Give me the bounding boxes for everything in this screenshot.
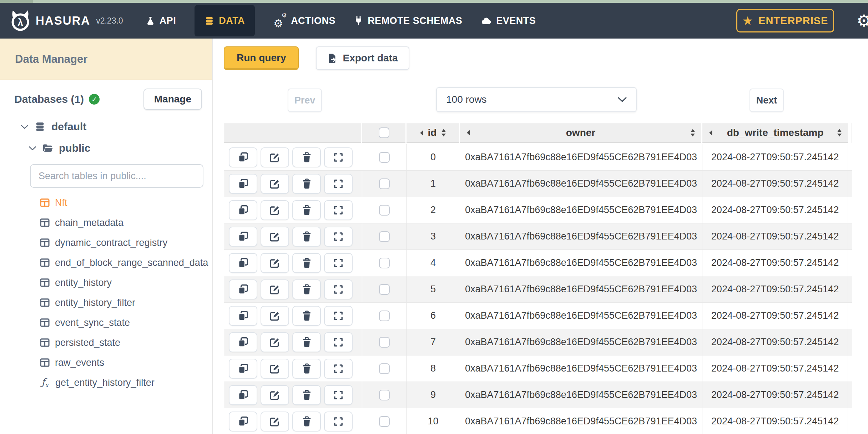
expand-row-button[interactable] bbox=[324, 227, 353, 247]
enterprise-button[interactable]: ★ ENTERPRISE bbox=[736, 9, 834, 32]
row-checkbox[interactable] bbox=[379, 284, 390, 295]
sidebar-table-item[interactable]: ƒx end_of_block_range_scanned_data bbox=[0, 253, 212, 273]
edit-row-button[interactable] bbox=[261, 412, 289, 432]
edit-row-button[interactable] bbox=[261, 147, 289, 167]
row-checkbox[interactable] bbox=[379, 390, 390, 400]
rows-per-page-select[interactable]: 100 rows bbox=[436, 87, 637, 112]
expand-row-button[interactable] bbox=[324, 359, 353, 379]
edit-row-button[interactable] bbox=[261, 253, 289, 273]
delete-row-button[interactable] bbox=[292, 147, 321, 167]
row-checkbox[interactable] bbox=[379, 231, 390, 242]
edit-row-button[interactable] bbox=[261, 227, 289, 247]
delete-row-button[interactable] bbox=[292, 227, 321, 247]
row-checkbox[interactable] bbox=[379, 205, 390, 216]
clone-row-button[interactable] bbox=[229, 227, 257, 247]
clone-row-button[interactable] bbox=[229, 279, 257, 299]
sidebar-table-item[interactable]: ƒx chain_metadata bbox=[0, 213, 212, 233]
delete-row-button[interactable] bbox=[292, 200, 321, 220]
top-progress-strip bbox=[0, 0, 868, 3]
sidebar-table-item[interactable]: ƒx raw_events bbox=[0, 353, 212, 373]
delete-row-button[interactable] bbox=[292, 174, 321, 194]
edit-row-button[interactable] bbox=[261, 359, 289, 379]
edit-row-button[interactable] bbox=[261, 200, 289, 220]
edit-row-button[interactable] bbox=[261, 332, 289, 352]
trash-icon bbox=[302, 416, 312, 427]
edit-row-button[interactable] bbox=[261, 174, 289, 194]
row-checkbox[interactable] bbox=[379, 416, 390, 427]
expand-row-button[interactable] bbox=[324, 253, 353, 273]
nav-item-api[interactable]: API bbox=[146, 15, 176, 26]
sidebar-table-item[interactable]: ƒx entity_history_filter bbox=[0, 293, 212, 313]
manage-button[interactable]: Manage bbox=[143, 89, 202, 110]
run-query-button[interactable]: Run query bbox=[224, 46, 299, 70]
sidebar-table-item[interactable]: ƒx dynamic_contract_registry bbox=[0, 233, 212, 253]
expand-row-button[interactable] bbox=[324, 279, 353, 299]
collapse-column-icon[interactable] bbox=[419, 130, 424, 136]
expand-row-button[interactable] bbox=[324, 412, 353, 432]
tree-node-schema[interactable]: public bbox=[29, 142, 212, 154]
sort-icon[interactable] bbox=[441, 128, 446, 137]
clone-row-button[interactable] bbox=[229, 200, 257, 220]
sidebar-table-item[interactable]: ƒx entity_history bbox=[0, 273, 212, 293]
sidebar-table-item[interactable]: ƒx Nft bbox=[0, 193, 212, 213]
expand-row-button[interactable] bbox=[324, 174, 353, 194]
nav-item-events[interactable]: EVENTS bbox=[481, 15, 536, 26]
edit-row-button[interactable] bbox=[261, 279, 289, 299]
nav-item-data[interactable]: DATA bbox=[195, 5, 255, 36]
expand-row-button[interactable] bbox=[324, 385, 353, 405]
edit-row-button[interactable] bbox=[261, 306, 289, 326]
row-checkbox[interactable] bbox=[379, 258, 390, 268]
prev-page-button[interactable]: Prev bbox=[288, 89, 322, 112]
clone-row-button[interactable] bbox=[229, 385, 257, 405]
sidebar-table-item[interactable]: ƒx get_entity_history_filter bbox=[0, 373, 212, 393]
expand-row-button[interactable] bbox=[324, 306, 353, 326]
sort-icon[interactable] bbox=[837, 128, 842, 137]
delete-row-button[interactable] bbox=[292, 359, 321, 379]
select-all-checkbox[interactable] bbox=[379, 127, 389, 138]
clone-row-button[interactable] bbox=[229, 253, 257, 273]
collapse-column-icon[interactable] bbox=[466, 130, 470, 136]
row-checkbox[interactable] bbox=[379, 311, 390, 321]
delete-row-button[interactable] bbox=[292, 253, 321, 273]
delete-row-button[interactable] bbox=[292, 385, 321, 405]
expand-row-button[interactable] bbox=[324, 147, 353, 167]
expand-row-button[interactable] bbox=[324, 332, 353, 352]
settings-gear-icon[interactable]: ⚙ bbox=[857, 12, 868, 29]
clone-row-button[interactable] bbox=[229, 306, 257, 326]
clone-row-button[interactable] bbox=[229, 147, 257, 167]
tree-node-database[interactable]: default bbox=[21, 121, 212, 133]
row-checkbox[interactable] bbox=[379, 152, 390, 163]
collapse-column-icon[interactable] bbox=[708, 130, 713, 136]
cell-id: 0 bbox=[407, 144, 460, 170]
sort-icon[interactable] bbox=[690, 128, 696, 137]
edit-row-button[interactable] bbox=[261, 385, 289, 405]
cell-owner: 0xaBA7161A7fb69c88e16ED9f455CE62B791EE4D… bbox=[460, 276, 702, 302]
clone-row-button[interactable] bbox=[229, 412, 257, 432]
clone-row-button[interactable] bbox=[229, 174, 257, 194]
nav-item-actions[interactable]: ⚙⚙ ACTIONS bbox=[273, 15, 335, 27]
nav-item-label: ACTIONS bbox=[291, 15, 335, 26]
export-data-button[interactable]: Export data bbox=[316, 46, 409, 70]
row-checkbox-cell bbox=[362, 250, 407, 276]
sidebar-table-item[interactable]: ƒx persisted_state bbox=[0, 333, 212, 353]
delete-row-button[interactable] bbox=[292, 279, 321, 299]
delete-row-button[interactable] bbox=[292, 412, 321, 432]
nav-item-remote-schemas[interactable]: REMOTE SCHEMAS bbox=[354, 15, 462, 26]
row-checkbox[interactable] bbox=[379, 337, 390, 348]
next-page-button[interactable]: Next bbox=[750, 89, 784, 112]
copy-icon bbox=[238, 284, 248, 295]
delete-row-button[interactable] bbox=[292, 332, 321, 352]
search-tables-input[interactable] bbox=[30, 164, 203, 188]
header-db-write-timestamp[interactable]: db_write_timestamp bbox=[702, 123, 848, 143]
header-owner[interactable]: owner bbox=[460, 123, 701, 143]
hasura-logo-icon[interactable]: λ bbox=[9, 9, 31, 32]
row-actions bbox=[224, 197, 362, 223]
delete-row-button[interactable] bbox=[292, 306, 321, 326]
row-checkbox[interactable] bbox=[379, 178, 390, 189]
header-id[interactable]: id bbox=[407, 123, 459, 143]
row-checkbox[interactable] bbox=[379, 363, 390, 374]
clone-row-button[interactable] bbox=[229, 332, 257, 352]
expand-row-button[interactable] bbox=[324, 200, 353, 220]
sidebar-table-item[interactable]: ƒx event_sync_state bbox=[0, 313, 212, 333]
clone-row-button[interactable] bbox=[229, 359, 257, 379]
